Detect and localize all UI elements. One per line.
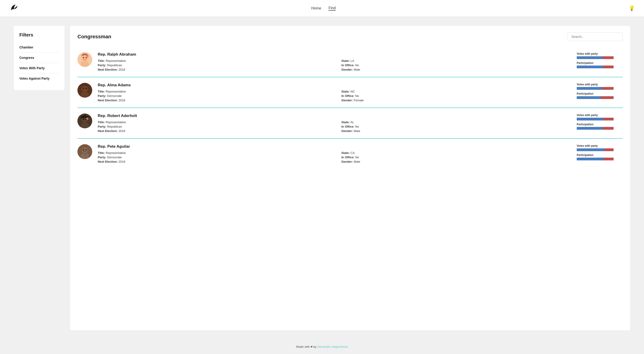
participation-label: Participation <box>577 92 623 95</box>
author-link[interactable]: Alexandre Stapenhorst <box>318 345 348 348</box>
table-row: Rep. Pete Aguilar Title: Representative … <box>78 139 623 169</box>
votes-with-party-bar <box>577 118 623 120</box>
votes-with-party-bar <box>577 56 623 59</box>
gender-label: Gender: Male <box>341 129 571 133</box>
heart-icon: ♥ <box>311 345 312 348</box>
logo[interactable] <box>9 3 18 14</box>
svg-point-23 <box>83 149 84 150</box>
bar-blue <box>577 56 602 59</box>
search-input[interactable] <box>568 32 623 41</box>
participation-bar <box>577 158 623 160</box>
card-details: Title: Representative State: LA Party: R… <box>98 59 571 71</box>
svg-point-4 <box>86 57 87 58</box>
congressman-name: Rep. Robert Aderholt <box>98 114 571 118</box>
title-label: Title: Representative <box>98 90 328 93</box>
in-office-label: In Office: No <box>341 155 571 159</box>
panel-title: Congressman <box>78 34 111 40</box>
gender-label: Gender: Male <box>341 160 571 163</box>
bar-red <box>602 87 614 90</box>
card-info: Rep. Robert Aderholt Title: Representati… <box>98 114 571 133</box>
card-details: Title: Representative State: AL Party: R… <box>98 120 571 133</box>
participation-label: Participation <box>577 123 623 126</box>
card-details: Title: Representative State: NC Party: D… <box>98 90 571 102</box>
participation-bar-red <box>601 96 614 99</box>
card-stats: Votes with party Participation <box>577 83 623 99</box>
svg-rect-25 <box>84 153 86 155</box>
state-label: State: AL <box>341 120 571 124</box>
next-election-label: Next Election: 2018 <box>98 99 328 102</box>
state-label: State: NC <box>341 90 571 93</box>
party-label: Party: Republican <box>98 125 328 128</box>
filter-congress[interactable]: Congress <box>19 53 59 63</box>
panel-header: Congressman <box>78 32 623 41</box>
svg-point-9 <box>83 88 84 89</box>
svg-rect-18 <box>84 115 86 116</box>
votes-with-party-bar <box>577 87 623 90</box>
title-label: Title: Representative <box>98 151 328 155</box>
footer: Made with ♥ by Alexandre Stapenhorst <box>0 339 644 354</box>
gender-label: Gender: Male <box>341 68 571 71</box>
card-stats: Votes with party Participation <box>577 52 623 68</box>
congressman-name: Rep. Pete Aguilar <box>98 144 571 149</box>
participation-label: Participation <box>577 153 623 157</box>
card-stats: Votes with party Participation <box>577 114 623 130</box>
participation-bar-blue <box>577 127 602 130</box>
filter-votes-with-party[interactable]: Votes With Party <box>19 63 59 73</box>
lightbulb-icon[interactable]: 💡 <box>628 5 635 11</box>
avatar <box>78 144 92 159</box>
votes-with-party-label: Votes with party <box>577 144 623 147</box>
table-row: Rep. Robert Aderholt Title: Representati… <box>78 108 623 139</box>
filter-chamber[interactable]: Chamber <box>19 42 59 53</box>
bar-red <box>602 56 614 59</box>
card-info: Rep. Pete Aguilar Title: Representative … <box>98 144 571 163</box>
in-office-label: In Office: No <box>341 125 571 128</box>
bar-red <box>604 148 614 151</box>
table-row: Rep. Alma Adams Title: Representative St… <box>78 77 623 108</box>
votes-with-party-label: Votes with party <box>577 114 623 117</box>
table-row: Rep. Ralph Abraham Title: Representative… <box>78 47 623 77</box>
svg-point-5 <box>87 55 88 57</box>
party-label: Party: Democrate <box>98 94 328 98</box>
votes-with-party-bar <box>577 148 623 151</box>
avatar <box>78 114 92 128</box>
bar-blue <box>577 148 604 151</box>
votes-with-party-label: Votes with party <box>577 83 623 86</box>
main-content: Filters Chamber Congress Votes With Part… <box>0 17 644 339</box>
svg-point-10 <box>86 88 87 89</box>
participation-bar-red <box>602 127 614 130</box>
title-label: Title: Representative <box>98 59 328 63</box>
party-label: Party: Democrate <box>98 155 328 159</box>
bar-red <box>603 118 614 120</box>
participation-label: Participation <box>577 61 623 65</box>
footer-text: Made with ♥ by <box>296 345 318 348</box>
congressman-list: Rep. Ralph Abraham Title: Representative… <box>78 47 623 169</box>
nav-home[interactable]: Home <box>312 6 321 10</box>
sidebar: Filters Chamber Congress Votes With Part… <box>14 26 64 90</box>
nav-find[interactable]: Find <box>328 6 336 11</box>
participation-bar-blue <box>577 96 601 99</box>
avatar <box>78 52 92 67</box>
next-election-label: Next Election: 2018 <box>98 129 328 133</box>
bar-blue <box>577 87 602 90</box>
card-details: Title: Representative State: CA Party: D… <box>98 151 571 163</box>
svg-point-21 <box>82 147 88 153</box>
party-label: Party: Republican <box>98 63 328 67</box>
avatar <box>78 83 92 98</box>
participation-bar-blue <box>577 158 604 160</box>
participation-bar <box>577 96 623 99</box>
next-election-label: Next Election: 2018 <box>98 160 328 163</box>
participation-bar-blue <box>577 66 603 68</box>
title-label: Title: Representative <box>98 120 328 124</box>
state-label: State: CA <box>341 151 571 155</box>
bar-blue <box>577 118 603 120</box>
svg-point-7 <box>82 86 88 92</box>
gender-label: Gender: Female <box>341 99 571 102</box>
card-info: Rep. Alma Adams Title: Representative St… <box>98 83 571 102</box>
state-label: State: LA <box>341 59 571 63</box>
filter-votes-against-party[interactable]: Votes Against Party <box>19 73 59 84</box>
congressman-name: Rep. Alma Adams <box>98 83 571 87</box>
main-panel: Congressman Rep. Ralph Abraham Title: Re… <box>70 26 630 330</box>
participation-bar-red <box>603 66 614 68</box>
svg-point-24 <box>86 149 87 150</box>
nav-links: Home Find <box>312 6 336 11</box>
